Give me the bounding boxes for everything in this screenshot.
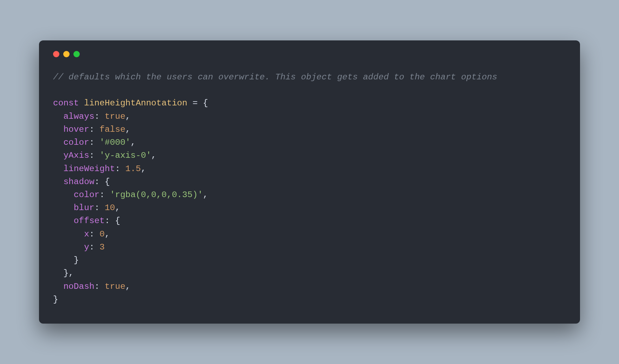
prop-lineweight: lineWeight: [63, 164, 115, 174]
comma: ,: [141, 164, 146, 174]
brace-open: {: [105, 177, 110, 187]
comma: ,: [125, 112, 131, 121]
brace-close: }: [74, 255, 79, 265]
keyword-const: const: [53, 98, 79, 108]
prop-nodash: noDash: [63, 282, 94, 291]
comma: ,: [125, 125, 131, 134]
colon: :: [89, 242, 95, 252]
val-shadow-color: 'rgba(0,0,0,0.35)': [110, 190, 203, 200]
colon: :: [95, 203, 100, 213]
colon: :: [105, 216, 110, 226]
code-comment: // defaults which the users can overwrit…: [53, 72, 497, 82]
colon: :: [89, 125, 95, 134]
comma: ,: [151, 151, 156, 160]
prop-offset: offset: [74, 216, 105, 226]
prop-shadow: shadow: [63, 177, 94, 187]
comma: ,: [131, 138, 136, 147]
val-yaxis: 'y-axis-0': [99, 151, 151, 160]
minimize-icon[interactable]: [63, 51, 70, 57]
val-y: 3: [99, 242, 105, 252]
val-true: true: [105, 282, 125, 291]
val-lineweight: 1.5: [125, 164, 141, 174]
prop-always: always: [63, 112, 94, 121]
const-identifier: lineHeightAnnotation: [84, 98, 187, 108]
maximize-icon[interactable]: [73, 51, 80, 57]
prop-hover: hover: [63, 125, 89, 134]
val-color: '#000': [99, 138, 130, 147]
window-titlebar: [53, 51, 566, 57]
val-blur: 10: [105, 203, 115, 213]
val-true: true: [105, 112, 125, 121]
brace-open: {: [115, 216, 120, 226]
colon: :: [95, 177, 100, 187]
brace-close: }: [63, 268, 69, 278]
val-x: 0: [99, 229, 105, 239]
colon: :: [99, 190, 105, 200]
brace-close: }: [53, 295, 58, 304]
comma: ,: [203, 190, 208, 200]
colon: :: [89, 229, 95, 239]
brace-open: {: [203, 98, 208, 108]
close-icon[interactable]: [53, 51, 59, 57]
prop-yaxis: yAxis: [63, 151, 89, 160]
colon: :: [95, 112, 100, 121]
val-false: false: [99, 125, 125, 134]
prop-color: color: [63, 138, 89, 147]
equals-op: =: [187, 98, 203, 108]
colon: :: [115, 164, 120, 174]
code-window: // defaults which the users can overwrit…: [39, 40, 580, 324]
prop-y: y: [84, 242, 89, 252]
comma: ,: [125, 282, 131, 291]
prop-x: x: [84, 229, 89, 239]
comma: ,: [105, 229, 110, 239]
comma: ,: [115, 203, 120, 213]
code-block: // defaults which the users can overwrit…: [53, 71, 566, 306]
prop-blur: blur: [74, 203, 95, 213]
prop-shadow-color: color: [74, 190, 100, 200]
colon: :: [89, 138, 95, 147]
colon: :: [89, 151, 95, 160]
comma: ,: [69, 268, 74, 278]
colon: :: [95, 282, 100, 291]
